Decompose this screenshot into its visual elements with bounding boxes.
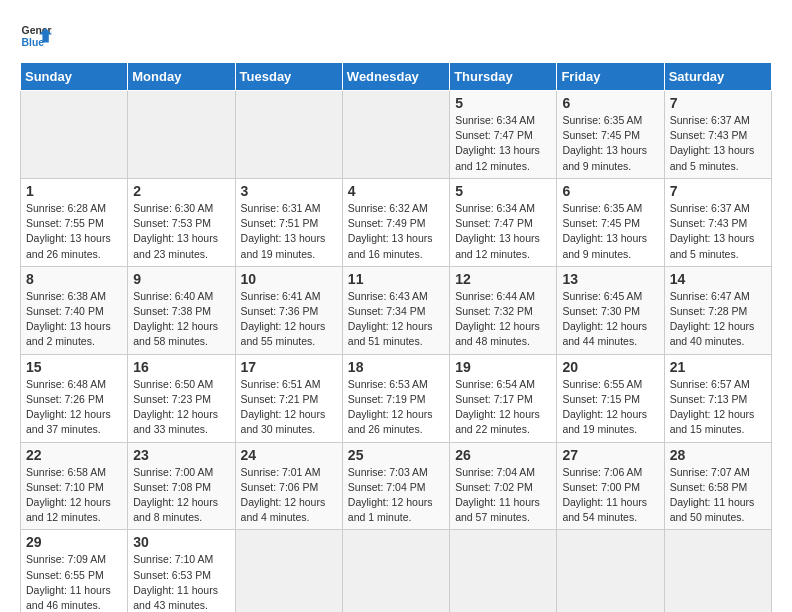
calendar-week-3: 15Sunrise: 6:48 AMSunset: 7:26 PMDayligh…: [21, 354, 772, 442]
day-header-thursday: Thursday: [450, 63, 557, 91]
day-header-sunday: Sunday: [21, 63, 128, 91]
calendar-cell: [235, 530, 342, 612]
day-info: Sunrise: 6:55 AMSunset: 7:15 PMDaylight:…: [562, 377, 658, 438]
day-number: 16: [133, 359, 229, 375]
day-header-wednesday: Wednesday: [342, 63, 449, 91]
day-header-saturday: Saturday: [664, 63, 771, 91]
day-number: 8: [26, 271, 122, 287]
day-number: 3: [241, 183, 337, 199]
day-info: Sunrise: 6:37 AMSunset: 7:43 PMDaylight:…: [670, 113, 766, 174]
calendar-cell: 10Sunrise: 6:41 AMSunset: 7:36 PMDayligh…: [235, 266, 342, 354]
day-info: Sunrise: 6:57 AMSunset: 7:13 PMDaylight:…: [670, 377, 766, 438]
calendar-cell: [557, 530, 664, 612]
day-info: Sunrise: 6:50 AMSunset: 7:23 PMDaylight:…: [133, 377, 229, 438]
day-info: Sunrise: 6:30 AMSunset: 7:53 PMDaylight:…: [133, 201, 229, 262]
day-number: 17: [241, 359, 337, 375]
calendar-cell: [664, 530, 771, 612]
day-info: Sunrise: 6:28 AMSunset: 7:55 PMDaylight:…: [26, 201, 122, 262]
calendar-cell: 13Sunrise: 6:45 AMSunset: 7:30 PMDayligh…: [557, 266, 664, 354]
day-info: Sunrise: 6:48 AMSunset: 7:26 PMDaylight:…: [26, 377, 122, 438]
day-number: 6: [562, 183, 658, 199]
logo: General Blue: [20, 20, 52, 52]
day-number: 14: [670, 271, 766, 287]
day-info: Sunrise: 6:35 AMSunset: 7:45 PMDaylight:…: [562, 201, 658, 262]
day-number: 28: [670, 447, 766, 463]
day-info: Sunrise: 6:38 AMSunset: 7:40 PMDaylight:…: [26, 289, 122, 350]
day-number: 5: [455, 183, 551, 199]
calendar-cell: 12Sunrise: 6:44 AMSunset: 7:32 PMDayligh…: [450, 266, 557, 354]
calendar-week-1: 1Sunrise: 6:28 AMSunset: 7:55 PMDaylight…: [21, 178, 772, 266]
calendar-week-0: 5Sunrise: 6:34 AMSunset: 7:47 PMDaylight…: [21, 91, 772, 179]
svg-text:Blue: Blue: [22, 37, 45, 48]
day-number: 4: [348, 183, 444, 199]
day-number: 26: [455, 447, 551, 463]
day-number: 25: [348, 447, 444, 463]
calendar-week-5: 29Sunrise: 7:09 AMSunset: 6:55 PMDayligh…: [21, 530, 772, 612]
calendar-cell: [128, 91, 235, 179]
day-info: Sunrise: 7:03 AMSunset: 7:04 PMDaylight:…: [348, 465, 444, 526]
day-info: Sunrise: 7:06 AMSunset: 7:00 PMDaylight:…: [562, 465, 658, 526]
day-info: Sunrise: 6:45 AMSunset: 7:30 PMDaylight:…: [562, 289, 658, 350]
day-number: 10: [241, 271, 337, 287]
calendar-cell: 30Sunrise: 7:10 AMSunset: 6:53 PMDayligh…: [128, 530, 235, 612]
calendar-cell: 11Sunrise: 6:43 AMSunset: 7:34 PMDayligh…: [342, 266, 449, 354]
day-info: Sunrise: 6:44 AMSunset: 7:32 PMDaylight:…: [455, 289, 551, 350]
calendar-cell: 14Sunrise: 6:47 AMSunset: 7:28 PMDayligh…: [664, 266, 771, 354]
calendar-cell: 6Sunrise: 6:35 AMSunset: 7:45 PMDaylight…: [557, 91, 664, 179]
day-info: Sunrise: 7:04 AMSunset: 7:02 PMDaylight:…: [455, 465, 551, 526]
day-number: 21: [670, 359, 766, 375]
calendar-cell: 7Sunrise: 6:37 AMSunset: 7:43 PMDaylight…: [664, 91, 771, 179]
calendar-cell: 7Sunrise: 6:37 AMSunset: 7:43 PMDaylight…: [664, 178, 771, 266]
day-number: 27: [562, 447, 658, 463]
day-header-monday: Monday: [128, 63, 235, 91]
day-info: Sunrise: 7:01 AMSunset: 7:06 PMDaylight:…: [241, 465, 337, 526]
calendar-cell: 16Sunrise: 6:50 AMSunset: 7:23 PMDayligh…: [128, 354, 235, 442]
day-info: Sunrise: 6:37 AMSunset: 7:43 PMDaylight:…: [670, 201, 766, 262]
calendar-week-4: 22Sunrise: 6:58 AMSunset: 7:10 PMDayligh…: [21, 442, 772, 530]
calendar-cell: [21, 91, 128, 179]
calendar-table: SundayMondayTuesdayWednesdayThursdayFrid…: [20, 62, 772, 612]
day-number: 20: [562, 359, 658, 375]
day-info: Sunrise: 6:32 AMSunset: 7:49 PMDaylight:…: [348, 201, 444, 262]
day-info: Sunrise: 6:43 AMSunset: 7:34 PMDaylight:…: [348, 289, 444, 350]
calendar-cell: 5Sunrise: 6:34 AMSunset: 7:47 PMDaylight…: [450, 178, 557, 266]
day-info: Sunrise: 7:07 AMSunset: 6:58 PMDaylight:…: [670, 465, 766, 526]
page-header: General Blue: [20, 20, 772, 52]
day-info: Sunrise: 6:31 AMSunset: 7:51 PMDaylight:…: [241, 201, 337, 262]
day-number: 9: [133, 271, 229, 287]
day-number: 6: [562, 95, 658, 111]
day-number: 7: [670, 183, 766, 199]
calendar-cell: 20Sunrise: 6:55 AMSunset: 7:15 PMDayligh…: [557, 354, 664, 442]
day-info: Sunrise: 7:00 AMSunset: 7:08 PMDaylight:…: [133, 465, 229, 526]
day-info: Sunrise: 6:53 AMSunset: 7:19 PMDaylight:…: [348, 377, 444, 438]
day-number: 12: [455, 271, 551, 287]
day-number: 22: [26, 447, 122, 463]
day-info: Sunrise: 7:10 AMSunset: 6:53 PMDaylight:…: [133, 552, 229, 612]
day-info: Sunrise: 6:47 AMSunset: 7:28 PMDaylight:…: [670, 289, 766, 350]
day-info: Sunrise: 6:41 AMSunset: 7:36 PMDaylight:…: [241, 289, 337, 350]
calendar-cell: 18Sunrise: 6:53 AMSunset: 7:19 PMDayligh…: [342, 354, 449, 442]
day-info: Sunrise: 6:40 AMSunset: 7:38 PMDaylight:…: [133, 289, 229, 350]
logo-icon: General Blue: [20, 20, 52, 52]
calendar-cell: 8Sunrise: 6:38 AMSunset: 7:40 PMDaylight…: [21, 266, 128, 354]
day-number: 11: [348, 271, 444, 287]
calendar-cell: 23Sunrise: 7:00 AMSunset: 7:08 PMDayligh…: [128, 442, 235, 530]
calendar-cell: 25Sunrise: 7:03 AMSunset: 7:04 PMDayligh…: [342, 442, 449, 530]
calendar-cell: 15Sunrise: 6:48 AMSunset: 7:26 PMDayligh…: [21, 354, 128, 442]
calendar-cell: 3Sunrise: 6:31 AMSunset: 7:51 PMDaylight…: [235, 178, 342, 266]
day-info: Sunrise: 6:35 AMSunset: 7:45 PMDaylight:…: [562, 113, 658, 174]
day-number: 23: [133, 447, 229, 463]
calendar-cell: 2Sunrise: 6:30 AMSunset: 7:53 PMDaylight…: [128, 178, 235, 266]
calendar-cell: 5Sunrise: 6:34 AMSunset: 7:47 PMDaylight…: [450, 91, 557, 179]
calendar-week-2: 8Sunrise: 6:38 AMSunset: 7:40 PMDaylight…: [21, 266, 772, 354]
calendar-cell: 19Sunrise: 6:54 AMSunset: 7:17 PMDayligh…: [450, 354, 557, 442]
day-number: 7: [670, 95, 766, 111]
day-info: Sunrise: 6:34 AMSunset: 7:47 PMDaylight:…: [455, 113, 551, 174]
day-number: 5: [455, 95, 551, 111]
calendar-cell: [235, 91, 342, 179]
calendar-cell: 4Sunrise: 6:32 AMSunset: 7:49 PMDaylight…: [342, 178, 449, 266]
day-number: 1: [26, 183, 122, 199]
day-number: 13: [562, 271, 658, 287]
calendar-cell: 22Sunrise: 6:58 AMSunset: 7:10 PMDayligh…: [21, 442, 128, 530]
day-number: 30: [133, 534, 229, 550]
